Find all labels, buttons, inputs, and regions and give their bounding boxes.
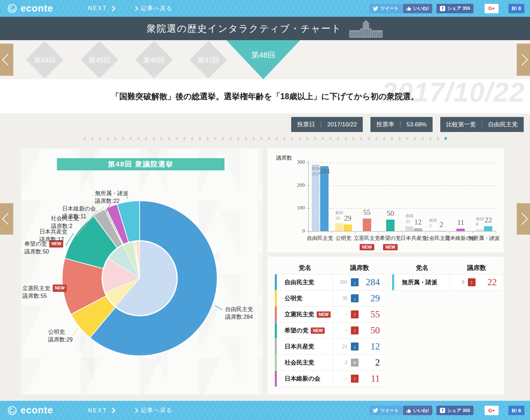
pie-label-seats: 議席数:50: [24, 248, 63, 256]
table-header-party: 党名: [275, 264, 335, 272]
bar-current[interactable]: [363, 219, 371, 231]
timeline-item[interactable]: 第44回: [25, 40, 64, 79]
new-party-badge: NEW: [311, 327, 325, 334]
bar-previous[interactable]: [335, 223, 343, 231]
pagination-dot[interactable]: [106, 137, 109, 140]
pagination-dot[interactable]: [114, 137, 117, 140]
pagination-dot[interactable]: [406, 137, 408, 140]
tweet-button[interactable]: ツイート: [369, 406, 402, 415]
pagination-dot[interactable]: [199, 137, 201, 140]
pagination-dot[interactable]: [375, 137, 378, 140]
chevron-right-icon: [110, 408, 115, 413]
pagination-dot[interactable]: [237, 137, 240, 140]
carousel-prev-arrow[interactable]: [0, 203, 13, 235]
pagination-dot[interactable]: [229, 137, 232, 140]
bar-previous[interactable]: [405, 226, 413, 231]
pagination-dot[interactable]: [252, 137, 255, 140]
pagination-dot[interactable]: [206, 137, 209, 140]
tweet-button[interactable]: ツイート: [369, 4, 402, 13]
pagination-dot[interactable]: [398, 137, 401, 140]
previous-seats-value: 8: [450, 279, 464, 285]
pagination-dot[interactable]: [260, 137, 263, 140]
pagination-dot[interactable]: [160, 137, 163, 140]
pie-label-seats: 議席数:11: [62, 213, 96, 220]
pagination-dot[interactable]: [299, 137, 301, 140]
pagination-dot[interactable]: [437, 137, 439, 140]
party-name: 希望の党: [285, 326, 308, 334]
pagination-dot[interactable]: [122, 137, 124, 140]
pagination-dot[interactable]: [421, 137, 424, 140]
pagination-dot[interactable]: [414, 137, 416, 140]
nav-next[interactable]: NEXT: [88, 5, 115, 12]
timeline-item[interactable]: 第45回: [80, 40, 119, 79]
fb-share-button[interactable]: f シェア 355: [436, 406, 473, 415]
tweet-label: ツイート: [380, 5, 399, 12]
timeline-next-arrow[interactable]: [517, 44, 530, 76]
chevron-right-icon: [516, 54, 528, 66]
new-badge-text: NEW: [383, 244, 398, 250]
hatena-button[interactable]: B! 8: [508, 406, 524, 415]
thumbs-up-icon: [406, 6, 411, 11]
pagination-dot[interactable]: [322, 137, 324, 140]
pagination-dot[interactable]: [145, 137, 147, 140]
bar-previous[interactable]: [429, 231, 436, 231]
bar-current[interactable]: [456, 229, 465, 231]
pagination-dot[interactable]: [429, 137, 432, 140]
pagination-dot[interactable]: [176, 137, 178, 140]
pagination-dot[interactable]: [275, 137, 278, 140]
pagination-dot[interactable]: [329, 137, 332, 140]
pagination-dot[interactable]: [130, 137, 132, 140]
footer-nav-next[interactable]: NEXT: [88, 407, 115, 414]
pagination-dot[interactable]: [360, 137, 362, 140]
nav-back[interactable]: 記事へ戻る: [134, 5, 173, 12]
pagination-dot[interactable]: [91, 137, 94, 140]
like-button[interactable]: いいね!: [403, 4, 432, 13]
timeline-item[interactable]: 第47回: [189, 40, 228, 79]
bar-current[interactable]: [414, 228, 422, 231]
pagination-dot[interactable]: [444, 137, 447, 140]
bar-current[interactable]: [386, 220, 395, 231]
pagination-dot[interactable]: [391, 137, 393, 140]
pagination-dot[interactable]: [368, 137, 370, 140]
econte-logo[interactable]: econte: [7, 3, 53, 14]
pagination-dot[interactable]: [214, 137, 216, 140]
pagination-dot[interactable]: [245, 137, 247, 140]
bar-current[interactable]: [437, 231, 446, 231]
bar-chart-y-axis-label: 議席数: [276, 155, 292, 161]
pagination-dot[interactable]: [352, 137, 355, 140]
pagination-dot[interactable]: [306, 137, 309, 140]
footer-nav-back[interactable]: 記事へ戻る: [134, 407, 173, 414]
pagination-dot[interactable]: [83, 137, 86, 140]
pagination-dot[interactable]: [153, 137, 155, 140]
pagination-dot[interactable]: [345, 137, 347, 140]
bar-current[interactable]: [484, 226, 492, 231]
timeline-prev-arrow[interactable]: [0, 44, 13, 76]
timeline-item-selected[interactable]: 第48回: [226, 40, 300, 79]
carousel-next-arrow[interactable]: [517, 203, 530, 235]
pagination-dot[interactable]: [183, 137, 186, 140]
like-button[interactable]: いいね!: [403, 406, 432, 415]
pagination-dot[interactable]: [99, 137, 101, 140]
timeline-item[interactable]: 第46回: [135, 40, 173, 79]
previous-seats-value: 2: [333, 360, 347, 366]
pagination-dot[interactable]: [291, 137, 293, 140]
pagination-dot[interactable]: [137, 137, 140, 140]
fb-share-button[interactable]: f シェア 355: [436, 4, 473, 13]
pagination-dot[interactable]: [168, 137, 170, 140]
gplus-button[interactable]: G+: [485, 4, 498, 13]
pagination-dot[interactable]: [337, 137, 339, 140]
pagination-dot[interactable]: [383, 137, 385, 140]
pie-label-party-name: 立憲民主党NEW: [22, 285, 67, 292]
pagination-dot[interactable]: [191, 137, 193, 140]
gplus-button[interactable]: G+: [485, 406, 498, 415]
bar-previous[interactable]: [476, 229, 483, 231]
pagination-dot[interactable]: [222, 137, 224, 140]
bar-current[interactable]: [344, 224, 352, 231]
pagination-dot[interactable]: [314, 137, 316, 140]
nav-next-label: NEXT: [88, 407, 107, 414]
pagination-dot[interactable]: [283, 137, 286, 140]
bar-current[interactable]: [320, 166, 329, 231]
pagination-dot[interactable]: [268, 137, 270, 140]
footer-econte-logo[interactable]: econte: [7, 405, 53, 416]
hatena-button[interactable]: B! 8: [508, 4, 524, 13]
